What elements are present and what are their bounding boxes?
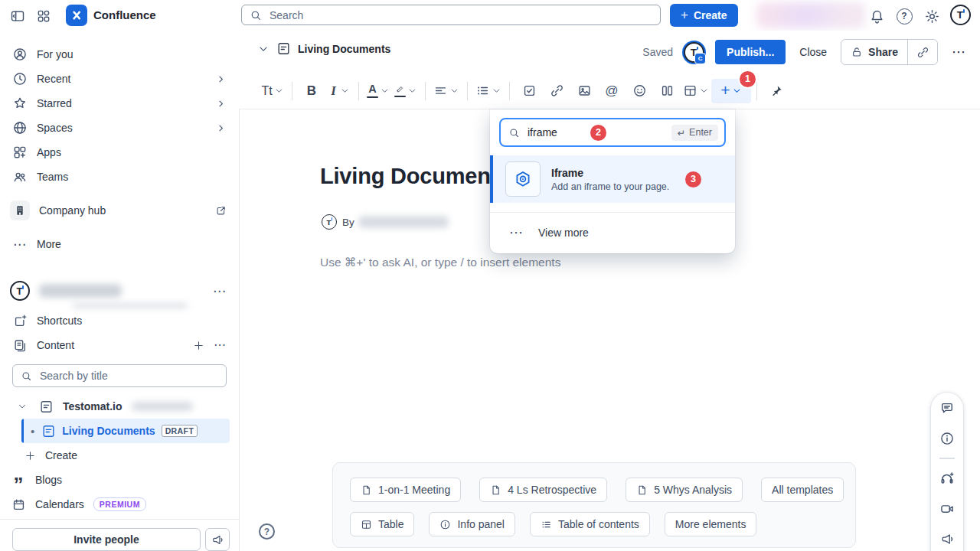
collaborator-avatar[interactable]: T C	[684, 42, 704, 63]
tree-create-button[interactable]: Create	[6, 443, 233, 468]
italic-button[interactable]: I	[325, 79, 353, 103]
alignment-button[interactable]	[431, 79, 462, 103]
sidebar-item-spaces[interactable]: Spaces	[6, 116, 233, 140]
confluence-glyph-icon	[69, 8, 84, 23]
menu-item-iframe[interactable]: Iframe Add an iframe to your page. 3	[490, 155, 735, 203]
space-avatar: T	[10, 281, 30, 301]
insert-search-input[interactable]	[526, 126, 584, 139]
user-avatar[interactable]: T	[950, 5, 971, 25]
action-item-button[interactable]	[515, 79, 543, 103]
person-circle-icon	[12, 47, 28, 62]
selected-indicator	[490, 155, 493, 203]
confluence-app: Confluence + Create ? T	[0, 0, 980, 551]
more-elements-button[interactable]: More elements	[665, 512, 757, 536]
tree-item-current-page[interactable]: • Living Documents DRAFT	[21, 419, 230, 443]
image-icon	[577, 83, 592, 98]
create-button[interactable]: + Create	[670, 4, 738, 27]
layouts-button[interactable]	[653, 79, 681, 103]
insert-image-button[interactable]	[570, 79, 598, 103]
megaphone-icon	[940, 532, 955, 546]
insert-toc-button[interactable]: Table of contents	[530, 512, 650, 536]
sidebar-item-company-hub[interactable]: Company hub	[6, 198, 233, 223]
page-header: Living Documents Saved T C Publish... Cl…	[239, 31, 980, 73]
collapse-sidebar-button[interactable]	[8, 6, 28, 26]
notifications-button[interactable]	[867, 6, 887, 26]
chevron-down-icon	[492, 86, 501, 96]
insert-table-button[interactable]: Table	[350, 512, 414, 536]
app-switcher-button[interactable]	[34, 6, 54, 26]
sidebar-item-calendars[interactable]: Calendars PREMIUM	[6, 492, 233, 517]
video-button[interactable]	[938, 500, 956, 518]
mention-button[interactable]: @	[598, 79, 626, 103]
details-button[interactable]	[938, 429, 956, 448]
help-button[interactable]: ?	[894, 6, 914, 26]
text-style-button[interactable]: Tt	[259, 79, 286, 103]
more-actions-button[interactable]: ⋯	[949, 44, 969, 60]
insert-elements-menu: 2 ↵ Enter Iframe Add an iframe to your p…	[490, 109, 735, 253]
template-1on1-button[interactable]: 1-on-1 Meeting	[350, 478, 461, 502]
breadcrumb[interactable]: Living Documents	[257, 41, 390, 56]
sidebar-item-more[interactable]: ⋯ More	[6, 232, 233, 256]
sidebar-item-shortcuts[interactable]: Shortcuts	[6, 311, 233, 331]
sidebar-search[interactable]	[12, 364, 227, 387]
template-4ls-button[interactable]: 4 Ls Retrospective	[479, 478, 607, 502]
table-button[interactable]	[681, 79, 711, 103]
invite-people-button[interactable]: Invite people	[12, 528, 201, 551]
settings-button[interactable]	[922, 6, 942, 26]
shortcut-add-icon	[12, 313, 28, 328]
sidebar-item-content[interactable]: Content ⋯	[6, 333, 233, 357]
announcement-button[interactable]	[205, 528, 230, 551]
sidebar-item-teams[interactable]: Teams	[6, 165, 233, 189]
sidebar-search-input[interactable]	[38, 369, 218, 383]
apps-plus-icon	[12, 145, 28, 160]
insert-elements-button[interactable]: + 1	[711, 79, 751, 103]
all-templates-button[interactable]: All templates	[761, 478, 844, 502]
plus-icon	[24, 450, 36, 461]
highlight-color-button[interactable]	[392, 79, 420, 103]
insert-link-button[interactable]	[543, 79, 570, 103]
close-button[interactable]: Close	[796, 46, 830, 58]
comments-button[interactable]	[938, 399, 956, 417]
chevron-down-icon[interactable]	[257, 43, 270, 55]
space-header[interactable]: T ⋯	[6, 277, 233, 305]
confluence-logo[interactable]	[66, 5, 87, 26]
content-more-icon[interactable]: ⋯	[214, 339, 227, 351]
sidebar-item-blogs[interactable]: ” Blogs	[6, 468, 233, 492]
tree-item-space[interactable]: Testomat.io	[6, 394, 233, 419]
space-more-icon[interactable]: ⋯	[213, 285, 227, 298]
bold-button[interactable]: B	[298, 79, 325, 103]
lists-button[interactable]	[473, 79, 504, 103]
bullet-icon: •	[31, 425, 34, 438]
chevron-down-icon[interactable]	[17, 401, 28, 412]
emoji-button[interactable]	[626, 79, 653, 103]
sidebar-item-starred[interactable]: Starred	[6, 91, 233, 116]
share-button[interactable]: Share	[841, 40, 907, 64]
sidebar: For you Recent Starred Spaces	[0, 31, 240, 551]
step-badge-3: 3	[685, 171, 701, 187]
editor-placeholder[interactable]: Use ⌘+' to ask AI, or type / to insert e…	[320, 256, 560, 269]
add-content-icon[interactable]	[193, 340, 204, 351]
feedback-button[interactable]	[938, 530, 956, 549]
sidebar-item-recent[interactable]: Recent	[6, 67, 233, 91]
author-avatar: T	[322, 214, 337, 230]
sidebar-item-for-you[interactable]: For you	[6, 42, 233, 67]
at-icon: @	[605, 83, 618, 99]
insert-info-panel-button[interactable]: Info panel	[429, 512, 515, 536]
page-title[interactable]: Living Documents	[320, 164, 510, 189]
sidebar-item-apps[interactable]: Apps	[6, 140, 233, 165]
insert-search-field[interactable]: 2 ↵ Enter	[499, 118, 726, 147]
iframe-icon	[514, 170, 532, 188]
global-search[interactable]	[241, 5, 661, 25]
menu-item-view-more[interactable]: ⋯ View more	[490, 212, 735, 252]
link-icon	[550, 83, 564, 98]
pin-toolbar-button[interactable]	[763, 79, 790, 103]
copy-link-button[interactable]	[908, 40, 937, 64]
template-5whys-button[interactable]: 5 Whys Analysis	[626, 478, 743, 502]
global-search-input[interactable]	[268, 8, 652, 22]
chevron-down-icon	[732, 86, 742, 96]
audio-rooms-button[interactable]	[938, 469, 956, 487]
text-color-button[interactable]: A	[364, 79, 392, 103]
editor-help-button[interactable]: ?	[259, 523, 275, 540]
header-actions: Saved T C Publish... Close Share	[642, 39, 969, 65]
publish-button[interactable]: Publish...	[715, 40, 786, 64]
